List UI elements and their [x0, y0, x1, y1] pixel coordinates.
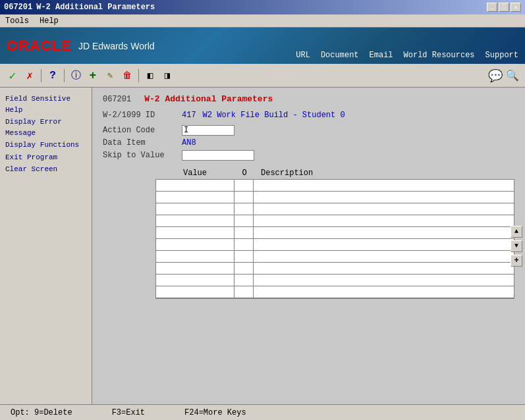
- data-item-value: AN8: [182, 138, 196, 147]
- cell-o-3[interactable]: [235, 215, 254, 226]
- cell-desc-4: [254, 227, 379, 238]
- delete-button[interactable]: 🗑: [120, 68, 134, 83]
- cell-value-3[interactable]: [156, 215, 235, 226]
- cell-o-1[interactable]: [235, 192, 254, 203]
- table-row: [156, 227, 514, 239]
- oracle-banner: ORACLE JD Edwards World URL Document Ema…: [0, 28, 525, 64]
- nav-url[interactable]: URL: [296, 51, 310, 60]
- add-button[interactable]: +: [86, 68, 100, 83]
- cell-value-4[interactable]: [156, 227, 235, 238]
- cell-o-7[interactable]: [235, 263, 254, 274]
- toolbar-right: 💬 🔍: [488, 68, 520, 83]
- cell-value-6[interactable]: [156, 251, 235, 262]
- data-table-container: Value O Description: [155, 169, 514, 299]
- w2-1099-id-row: W-2/1099 ID 417 W2 Work File Build - Stu…: [103, 111, 514, 120]
- jde-text: JD Edwards World: [78, 41, 155, 51]
- nav-support[interactable]: Support: [485, 51, 518, 60]
- sidebar-item-clear-screen[interactable]: Clear Screen: [4, 163, 88, 176]
- cell-desc-3: [254, 215, 379, 226]
- action-code-label: Action Code: [103, 126, 182, 135]
- sidebar: Field Sensitive Help Display Error Messa…: [0, 88, 92, 404]
- skip-to-value-row: Skip to Value: [103, 150, 514, 161]
- nav-email[interactable]: Email: [370, 51, 393, 60]
- export-button[interactable]: ◨: [160, 68, 175, 83]
- cell-value-8[interactable]: [156, 275, 235, 286]
- sidebar-item-field-sensitive-help[interactable]: Field Sensitive Help: [4, 93, 88, 116]
- table-row: [156, 239, 514, 251]
- sidebar-item-display-functions[interactable]: Display Functions: [4, 139, 88, 151]
- cell-o-0[interactable]: [235, 180, 254, 191]
- w2-1099-id-value: 417: [182, 111, 196, 120]
- cell-desc-5: [254, 239, 379, 250]
- title-bar-title: W-2 Additional Parameters: [36, 3, 155, 12]
- zoom-button[interactable]: +: [511, 255, 522, 267]
- maximize-button[interactable]: □: [499, 3, 509, 12]
- cell-o-2[interactable]: [235, 203, 254, 215]
- info-button[interactable]: ⓘ: [69, 68, 83, 83]
- oracle-logo: ORACLE JD Edwards World: [7, 38, 155, 55]
- menu-bar: Tools Help: [0, 14, 525, 28]
- skip-to-value-input[interactable]: [182, 150, 254, 161]
- chat-button[interactable]: 💬: [488, 68, 503, 83]
- status-opt-label: Opt: 9=Delete: [11, 408, 72, 417]
- nav-world-resources[interactable]: World Resources: [404, 51, 475, 60]
- cancel-button[interactable]: ✗: [22, 68, 37, 83]
- w2-1099-id-description: W2 Work File Build - Student 0: [203, 111, 345, 120]
- banner-nav: URL Document Email World Resources Suppo…: [296, 51, 518, 60]
- title-bar-left: 067201 W-2 Additional Parameters: [4, 3, 155, 12]
- cell-value-7[interactable]: [156, 263, 235, 274]
- toolbar-separator-3: [138, 69, 139, 82]
- cell-o-4[interactable]: [235, 227, 254, 238]
- value-column-header: Value: [155, 169, 235, 178]
- sidebar-item-exit-program[interactable]: Exit Program: [4, 151, 88, 164]
- action-code-row: Action Code: [103, 125, 514, 136]
- cell-o-8[interactable]: [235, 275, 254, 286]
- w2-1099-id-label: W-2/1099 ID: [103, 111, 182, 120]
- toolbar-separator-2: [64, 69, 65, 82]
- table-row: [156, 286, 514, 298]
- close-button[interactable]: ✕: [511, 3, 521, 12]
- cell-value-1[interactable]: [156, 192, 235, 203]
- cell-desc-9: [254, 286, 379, 298]
- scroll-down-button[interactable]: ▼: [511, 240, 522, 252]
- status-f3-label: F3=Exit: [112, 408, 145, 417]
- ok-button[interactable]: ✓: [5, 68, 20, 83]
- data-table: [155, 179, 514, 299]
- cell-desc-2: [254, 203, 379, 215]
- cell-o-5[interactable]: [235, 239, 254, 250]
- toolbar: ✓ ✗ ? ⓘ + ✎ 🗑 ◧ ◨ 💬 🔍: [0, 64, 525, 88]
- table-row: [156, 263, 514, 275]
- table-row: [156, 275, 514, 286]
- table-row: [156, 180, 514, 192]
- data-item-row: Data Item AN8: [103, 138, 514, 147]
- cell-value-5[interactable]: [156, 239, 235, 250]
- cell-value-9[interactable]: [156, 286, 235, 298]
- cell-o-6[interactable]: [235, 251, 254, 262]
- menu-tools[interactable]: Tools: [3, 16, 32, 26]
- o-column-header: O: [235, 169, 254, 178]
- help-button[interactable]: ?: [45, 68, 60, 83]
- search-button[interactable]: 🔍: [505, 68, 520, 83]
- minimize-button[interactable]: _: [487, 3, 497, 12]
- status-f24-label: F24=More Keys: [184, 408, 246, 417]
- cell-o-9[interactable]: [235, 286, 254, 298]
- scroll-up-button[interactable]: ▲: [511, 226, 522, 238]
- edit-button[interactable]: ✎: [103, 68, 117, 83]
- main-content: Field Sensitive Help Display Error Messa…: [0, 88, 525, 404]
- form-title: W-2 Additional Parameters: [144, 94, 273, 104]
- nav-document[interactable]: Document: [321, 51, 359, 60]
- title-bar: 067201 W-2 Additional Parameters _ □ ✕: [0, 0, 525, 14]
- data-item-label: Data Item: [103, 138, 182, 147]
- status-bar: Opt: 9=Delete F3=Exit F24=More Keys: [0, 404, 525, 420]
- cell-value-2[interactable]: [156, 203, 235, 215]
- cell-value-0[interactable]: [156, 180, 235, 191]
- cell-desc-7: [254, 263, 379, 274]
- skip-to-value-label: Skip to Value: [103, 151, 182, 160]
- table-row: [156, 203, 514, 215]
- form-area: 067201 W-2 Additional Parameters W-2/109…: [92, 88, 525, 404]
- sidebar-item-display-error-message[interactable]: Display Error Message: [4, 116, 88, 139]
- folder-button[interactable]: ◧: [143, 68, 157, 83]
- action-code-input[interactable]: [182, 125, 235, 136]
- menu-help[interactable]: Help: [37, 16, 61, 26]
- table-row: [156, 192, 514, 203]
